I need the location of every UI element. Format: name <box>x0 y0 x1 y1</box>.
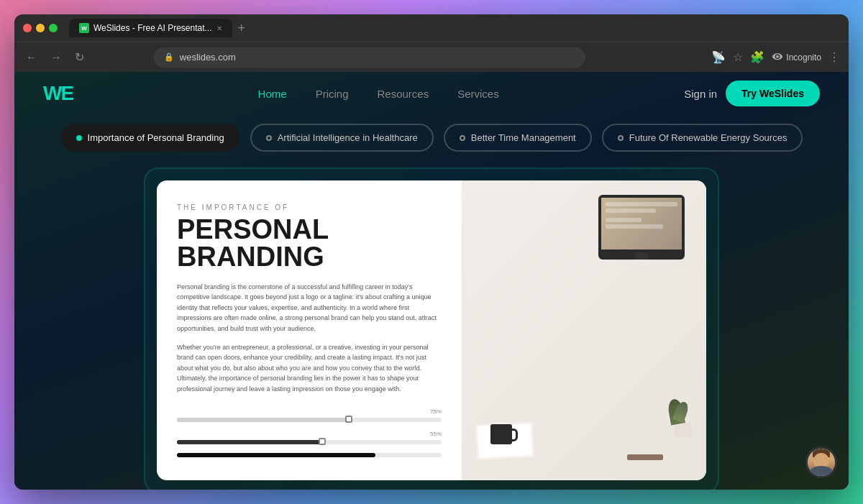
progress-track-2 <box>177 440 442 444</box>
nav-link-pricing[interactable]: Pricing <box>316 88 349 100</box>
monitor-screen <box>601 198 682 249</box>
progress-marker-1 <box>345 416 352 423</box>
topic-pill-renewable-energy[interactable]: Future Of Renewable Energy Sources <box>602 124 803 152</box>
incognito-label: Incognito <box>786 52 821 63</box>
progress-bar-3 <box>177 453 442 457</box>
topic-label: Future Of Renewable Energy Sources <box>629 132 787 143</box>
screen-line-1 <box>606 202 677 206</box>
os-background: W WeSlides - Free AI Presentat... ✕ + ← … <box>0 0 863 504</box>
slide-title-line1: PERSONAL <box>177 216 442 243</box>
slide-container: THE IMPORTANCE OF PERSONAL BRANDING Pers… <box>14 160 849 490</box>
plant-pot <box>675 423 692 437</box>
topic-label: Artificial Intelligence in Healthcare <box>278 132 418 143</box>
book-decoration <box>627 454 663 460</box>
nav-links: Home Pricing Resources Services <box>258 88 499 100</box>
sign-in-button[interactable]: Sign in <box>684 88 717 100</box>
address-bar: ← → ↻ 🔒 weslides.com 📡 ☆ 🧩 Incognito ⋮ <box>14 42 849 72</box>
topic-pill-ai-healthcare[interactable]: Artificial Intelligence in Healthcare <box>250 124 434 152</box>
traffic-lights <box>23 24 58 32</box>
tab-bar: W WeSlides - Free AI Presentat... ✕ + <box>69 19 245 37</box>
site-logo[interactable]: WE <box>43 82 73 105</box>
avatar-body <box>811 466 832 476</box>
menu-icon[interactable]: ⋮ <box>828 50 840 64</box>
progress-track-3 <box>177 453 442 457</box>
desk-scene <box>462 180 706 480</box>
progress-fill-1 <box>177 418 349 422</box>
progress-track-1 <box>177 418 442 422</box>
screen-line-3 <box>606 218 641 222</box>
nav-actions: Sign in Try WeSlides <box>684 81 820 106</box>
url-bar[interactable]: 🔒 weslides.com <box>154 47 585 68</box>
refresh-button[interactable]: ↻ <box>72 47 87 67</box>
topic-label: Better Time Management <box>471 132 576 143</box>
progress-label-1: 75% <box>177 408 442 415</box>
maximize-window-button[interactable] <box>49 24 58 32</box>
active-dot-icon <box>76 135 82 141</box>
monitor-decoration <box>598 195 685 260</box>
close-window-button[interactable] <box>23 24 32 32</box>
page-content: WE Home Pricing Resources Services Sign … <box>14 72 849 490</box>
back-button[interactable]: ← <box>23 48 40 67</box>
incognito-icon <box>772 52 783 63</box>
try-weslides-button[interactable]: Try WeSlides <box>726 81 820 106</box>
star-icon[interactable]: ☆ <box>733 50 743 64</box>
tab-close-button[interactable]: ✕ <box>216 24 222 32</box>
extensions-icon[interactable]: 🧩 <box>750 50 764 64</box>
progress-marker-2 <box>319 438 326 445</box>
incognito-badge: Incognito <box>772 52 821 63</box>
new-tab-button[interactable]: + <box>238 21 246 36</box>
progress-bars: 75% 55% <box>177 408 442 457</box>
inactive-dot-icon <box>460 135 465 141</box>
active-tab[interactable]: W WeSlides - Free AI Presentat... ✕ <box>69 19 232 37</box>
cast-icon[interactable]: 📡 <box>711 50 726 64</box>
slide-title-line2: BRANDING <box>177 243 442 270</box>
topic-pill-personal-branding[interactable]: Importance of Personal Branding <box>60 124 240 152</box>
topic-label: Importance of Personal Branding <box>88 132 224 143</box>
title-bar: W WeSlides - Free AI Presentat... ✕ + <box>14 14 849 42</box>
minimize-window-button[interactable] <box>36 24 45 32</box>
presentation-slide: THE IMPORTANCE OF PERSONAL BRANDING Pers… <box>157 180 706 480</box>
user-avatar[interactable] <box>805 446 837 478</box>
plant-leaves <box>669 399 683 424</box>
monitor-stand <box>634 252 649 260</box>
slide-content-left: THE IMPORTANCE OF PERSONAL BRANDING Pers… <box>157 180 462 480</box>
progress-bar-2: 55% <box>177 431 442 444</box>
slide-image-right <box>462 180 706 480</box>
avatar-image <box>808 449 835 476</box>
nav-link-resources[interactable]: Resources <box>377 88 429 100</box>
topic-pills: Importance of Personal Branding Artifici… <box>14 115 849 160</box>
inactive-dot-icon <box>266 135 272 141</box>
screen-line-4 <box>606 224 663 229</box>
tab-favicon: W <box>79 23 89 33</box>
browser-window: W WeSlides - Free AI Presentat... ✕ + ← … <box>14 14 849 490</box>
forward-button[interactable]: → <box>47 48 65 67</box>
nav-link-home[interactable]: Home <box>258 88 287 100</box>
tab-title: WeSlides - Free AI Presentat... <box>93 23 212 33</box>
screen-line-2 <box>606 209 656 213</box>
progress-fill-2 <box>177 440 322 444</box>
progress-bar-1: 75% <box>177 408 442 422</box>
slide-body-paragraph1: Personal branding is the cornerstone of … <box>177 282 442 334</box>
progress-label-2: 55% <box>177 431 442 437</box>
slide-body-paragraph2: Whether you're an entrepreneur, a profes… <box>177 342 442 394</box>
inactive-dot-icon <box>618 135 624 141</box>
site-nav: WE Home Pricing Resources Services Sign … <box>14 72 849 115</box>
lock-icon: 🔒 <box>164 52 174 62</box>
slide-wrapper: THE IMPORTANCE OF PERSONAL BRANDING Pers… <box>144 168 719 490</box>
progress-fill-3 <box>177 453 375 457</box>
url-text: weslides.com <box>180 52 236 63</box>
slide-subtitle: THE IMPORTANCE OF <box>177 203 442 211</box>
coffee-cup-decoration <box>490 424 512 444</box>
plant-decoration <box>675 423 692 437</box>
topic-pill-time-management[interactable]: Better Time Management <box>444 124 592 152</box>
slide-title: PERSONAL BRANDING <box>177 216 442 270</box>
toolbar-right: 📡 ☆ 🧩 Incognito ⋮ <box>711 50 840 64</box>
nav-link-services[interactable]: Services <box>457 88 499 100</box>
